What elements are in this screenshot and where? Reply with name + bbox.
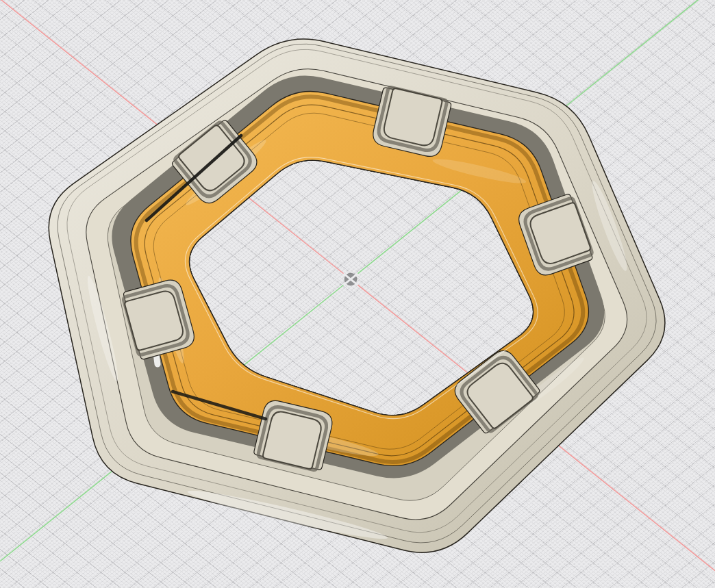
tray-tab[interactable] (384, 88, 442, 145)
hexagonal-part[interactable] (49, 39, 665, 552)
viewport-3d-scene (0, 0, 715, 588)
origin-marker-icon[interactable] (344, 273, 358, 285)
tray-tab[interactable] (263, 412, 321, 469)
